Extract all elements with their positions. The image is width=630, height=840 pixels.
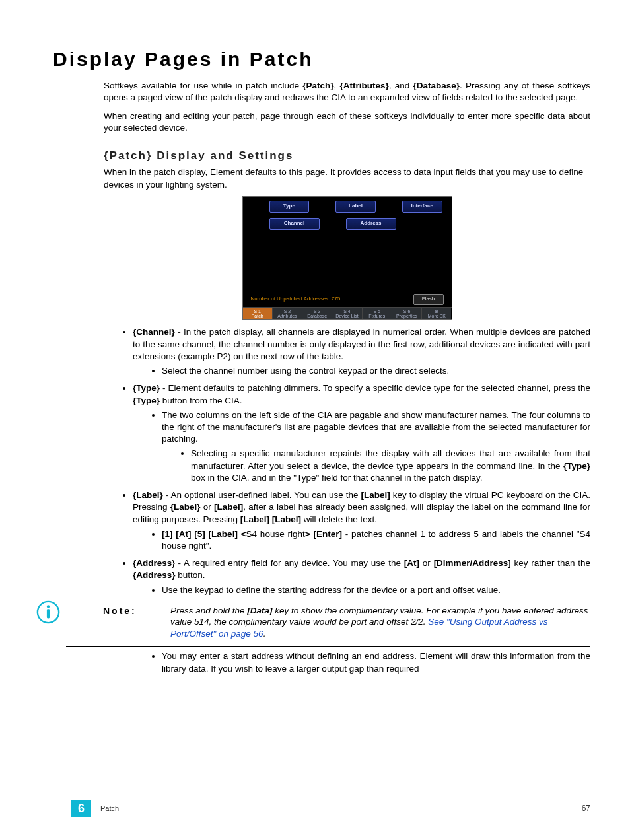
section-heading: {Patch} Display and Settings [104,149,590,164]
svg-point-1 [47,605,50,608]
page-number: 67 [582,803,590,814]
text: S4 house right [246,529,305,539]
intro-para-2: When creating and editing your patch, pa… [104,110,590,134]
note-label: Note: [103,605,148,640]
text: button from the CIA. [160,396,242,405]
text: button. [176,570,205,580]
bullet-label-sub: [1] [At] [5] [Label] <S4 house right> [E… [162,528,590,552]
field-name: {Address [133,558,172,568]
intro-para-1: Softkeys available for use while in patc… [104,80,590,104]
text: box in the CIA, and in the "Type" field … [191,473,483,483]
bullet-type-subsub: Selecting a specific manufacturer repain… [191,448,590,484]
key-ref: [1] [At] [5] [Label] < [162,529,246,539]
softkey-ref: {Attributes} [340,81,389,90]
bullet-type-sub: The two columns on the left side of the … [162,409,590,484]
field-name: {Type} [133,383,160,393]
text: - In the patch display, all channels are… [133,327,590,361]
cia-channel-button: Channel [269,218,320,230]
bullet-type: {Type} - Element defaults to patching di… [133,382,590,484]
softkey-ref: {Type} [133,396,160,405]
cia-status-text: Number of Unpatched Addresses: 775 [251,296,341,303]
text: or [201,502,214,512]
field-name: {Label} [133,490,163,500]
page-title: Display Pages in Patch [53,46,590,73]
text: , [334,81,340,90]
key-ref: [Dimmer/Address] [434,558,511,568]
softkey-s6: S 6Properties [392,308,422,320]
softkey-s3: S 3Database [302,308,332,320]
softkey-ref: {Label} [170,502,201,512]
key-ref: [Label] [214,502,243,512]
softkey-ref: {Type} [563,461,590,471]
cia-softkey-bar: S 1Patch S 2Attributes S 3Database S 4De… [243,307,452,320]
text: Softkeys available for use while in patc… [104,81,302,90]
bullet-address: {Address} - A required entry field for a… [133,557,590,596]
softkey-s5: S 5Fixtures [363,308,392,320]
section-para: When in the patch display, Element defau… [104,166,590,190]
key-ref: > [Enter] [305,529,342,539]
softkey-s2: S 2Attributes [273,308,302,320]
key-ref: [Data] [247,606,272,615]
bullet-label: {Label} - An optional user-defined label… [133,489,590,552]
text: - A required entry field for any device.… [175,558,404,568]
bullet-channel: {Channel} - In the patch display, all ch… [133,326,590,377]
bullet-address-sub1: Use the keypad to define the starting ad… [162,584,590,596]
text: or [419,558,434,568]
softkey-ref: {Address} [133,570,176,580]
text: - Element defaults to patching dimmers. … [160,383,590,393]
cia-screenshot: Type Label Interface Channel Address Num… [242,196,452,320]
text: , and [389,81,413,90]
softkey-s1: S 1Patch [243,308,273,320]
field-name: {Channel} [133,327,175,337]
chapter-number-badge: 6 [71,800,91,817]
softkey-ref: {Patch} [302,81,333,90]
divider [66,646,590,647]
softkey-ref: {Database} [413,81,460,90]
svg-rect-2 [47,609,50,618]
key-ref: [Label] [361,490,390,500]
key-ref: [At] [404,558,419,568]
cia-address-button: Address [346,218,396,230]
text: . [263,629,266,639]
cia-interface-button: Interface [402,201,442,213]
text: Selecting a specific manufacturer repain… [191,448,590,470]
softkey-s4: S 4Device List [332,308,362,320]
bullet-address-sub2: You may enter a start address without de… [162,650,590,674]
text: The two columns on the left side of the … [162,410,590,444]
cia-type-button: Type [269,201,310,213]
note-icon [36,600,61,625]
divider [66,602,590,602]
cia-label-button: Label [335,201,376,213]
softkey-more: ⊕More SK [422,308,451,320]
text: key rather than the [511,558,590,568]
text: - An optional user-defined label. You ca… [163,490,361,500]
cia-flash-button: Flash [413,294,444,305]
key-ref: [Label] [Label] [240,514,301,524]
bullet-channel-sub: Select the channel number using the cont… [162,365,590,377]
note-body: Press and hold the [Data] key to show th… [170,605,590,640]
chapter-name: Patch [100,804,119,814]
text: Press and hold the [170,606,247,615]
text: will delete the text. [301,514,377,524]
